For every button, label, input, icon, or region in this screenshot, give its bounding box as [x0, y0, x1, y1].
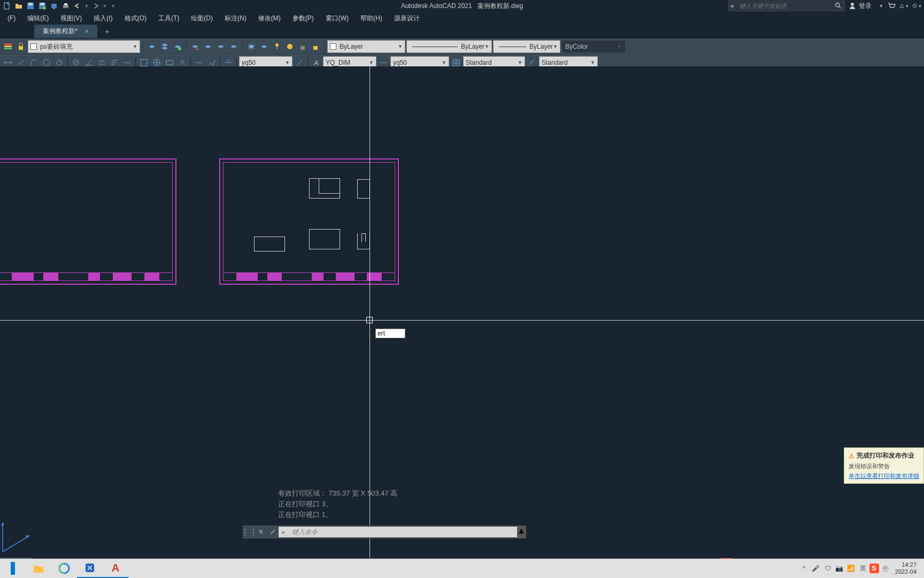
- layer-lock2-icon[interactable]: [297, 41, 309, 52]
- menu-file[interactable]: (F): [2, 13, 21, 23]
- saveas-icon[interactable]: [37, 1, 47, 11]
- taskbar-app4[interactable]: [77, 559, 103, 578]
- menu-format[interactable]: 格式(O): [119, 13, 152, 24]
- file-tab-label: 案例教程新*: [43, 27, 78, 36]
- svg-point-5: [43, 6, 46, 10]
- svg-rect-2: [28, 3, 33, 5]
- close-tab-icon[interactable]: ×: [85, 27, 89, 35]
- plotstyle-label: ByColor: [565, 43, 588, 50]
- tray-clock[interactable]: 14:27 2022-04: [892, 561, 920, 575]
- cmd-close-icon[interactable]: ×: [255, 526, 267, 538]
- menu-window[interactable]: 窗口(W): [320, 13, 354, 24]
- menu-edit[interactable]: 编辑(E): [22, 13, 54, 24]
- tray-camera-icon[interactable]: 📷: [834, 563, 845, 574]
- svg-rect-6: [51, 4, 57, 8]
- menu-help[interactable]: 帮助(H): [355, 13, 388, 24]
- linetype-dropdown[interactable]: ByLayer ▼: [406, 40, 492, 53]
- menu-dim[interactable]: 标注(N): [219, 13, 252, 24]
- tray-up-icon[interactable]: ^: [799, 563, 810, 574]
- file-tab[interactable]: 案例教程新* ×: [34, 25, 97, 38]
- menu-param[interactable]: 参数(P): [287, 13, 319, 24]
- app-title: Autodesk AutoCAD 2021 案例教程新.dwg: [401, 2, 523, 11]
- menu-modify[interactable]: 修改(M): [253, 13, 286, 24]
- layer-tool3-icon[interactable]: [172, 41, 183, 52]
- redo-icon[interactable]: [91, 1, 101, 11]
- drawing-frame-2: [219, 158, 399, 285]
- svg-rect-0: [4, 3, 9, 9]
- layer-match-icon[interactable]: [189, 41, 201, 52]
- chevron-down-icon: ▼: [590, 60, 595, 65]
- add-tab-button[interactable]: +: [101, 25, 113, 38]
- tray-ime1-icon[interactable]: 英: [858, 563, 868, 574]
- layer-thaw-icon[interactable]: [284, 41, 296, 52]
- taskbar-app1[interactable]: [0, 559, 26, 578]
- svg-line-28: [18, 60, 24, 65]
- layer-props-icon[interactable]: [2, 41, 14, 52]
- color-dropdown[interactable]: ByLayer ▼: [327, 40, 405, 53]
- menu-yq[interactable]: 源泉设计: [389, 13, 425, 24]
- plotstyle-dropdown[interactable]: ByColor ▼: [561, 40, 626, 53]
- linetype-label: ByLayer: [461, 43, 484, 50]
- layer-iso-icon[interactable]: [215, 41, 227, 52]
- search-expand-icon[interactable]: ▶: [729, 1, 736, 11]
- menu-insert[interactable]: 插入(I): [88, 13, 118, 24]
- layer-unlock-icon[interactable]: [310, 41, 321, 52]
- tray-shield-icon[interactable]: 🛡: [822, 563, 833, 574]
- plot-icon[interactable]: [61, 1, 71, 11]
- taskbar-app3[interactable]: [51, 559, 77, 578]
- layer-off-icon[interactable]: [258, 41, 270, 52]
- mlstyle-label: Standard: [542, 59, 568, 66]
- open-icon[interactable]: [14, 1, 24, 11]
- cmd-handle-icon[interactable]: ⋮⋮: [243, 526, 255, 538]
- cart-icon[interactable]: [887, 1, 896, 11]
- new-icon[interactable]: [2, 1, 12, 11]
- login-button[interactable]: 登录 ▼: [848, 2, 883, 11]
- ucs-icon: [0, 517, 37, 554]
- command-line[interactable]: ⋮⋮ × ▸_键入命令 ▲: [243, 526, 526, 538]
- lineweight-label: ByLayer: [529, 43, 553, 50]
- web-icon[interactable]: [49, 1, 59, 11]
- svg-point-10: [836, 3, 840, 7]
- layer-lock-icon[interactable]: [15, 41, 27, 52]
- layer-tool2-icon[interactable]: [159, 41, 171, 52]
- help-icon[interactable]: ?▼: [912, 1, 922, 11]
- layer-dropdown[interactable]: ps瓷砖填充 ▼: [28, 40, 140, 53]
- svg-point-22: [287, 44, 292, 49]
- tray-ime2-icon[interactable]: ㊥: [880, 563, 891, 574]
- menu-tools[interactable]: 工具(T): [153, 13, 184, 24]
- command-input[interactable]: ▸_键入命令: [279, 527, 517, 537]
- chevron-down-icon: ▼: [617, 44, 622, 49]
- undo-icon[interactable]: [73, 1, 82, 11]
- search-input[interactable]: [736, 1, 833, 11]
- menu-bar: (F) 编辑(E) 视图(V) 插入(I) 格式(O) 工具(T) 绘图(D) …: [0, 12, 924, 25]
- drawing-canvas[interactable]: 有效打印区域： 735.37 宽 X 503.47 高 正在打印视口 3。 正在…: [0, 66, 924, 560]
- tray-wifi-icon[interactable]: 📶: [846, 563, 857, 574]
- chevron-down-icon: ▼: [518, 60, 522, 65]
- menu-view[interactable]: 视图(V): [55, 13, 87, 24]
- furniture-2: [357, 179, 370, 199]
- title-block: [0, 272, 173, 281]
- chevron-down-icon: ▼: [484, 44, 489, 49]
- notif-link[interactable]: 单击以查看打印和发布详细: [849, 472, 919, 480]
- cmd-custom-icon[interactable]: [267, 526, 279, 538]
- command-history: 有效打印区域： 735.37 宽 X 503.47 高 正在打印视口 3。 正在…: [278, 488, 397, 520]
- tray-sogou-icon[interactable]: S: [869, 564, 879, 573]
- layer-tool1-icon[interactable]: [146, 41, 158, 52]
- tray-mic-icon[interactable]: 🎤: [811, 563, 821, 574]
- dynamic-input[interactable]: [375, 329, 405, 338]
- layer-on-icon[interactable]: [271, 41, 283, 52]
- layer-prev-icon[interactable]: [202, 41, 214, 52]
- lineweight-dropdown[interactable]: ByLayer ▼: [493, 40, 560, 53]
- app-menu-icon[interactable]: ▼: [899, 1, 909, 11]
- taskbar-autocad[interactable]: A: [103, 559, 128, 578]
- plot-notification: ⚠ 完成打印和发布作业 发现错误和警告 单击以查看打印和发布详细: [844, 447, 924, 484]
- user-icon: [848, 2, 857, 10]
- save-icon[interactable]: [26, 1, 35, 11]
- color-label: ByLayer: [340, 43, 363, 50]
- taskbar-explorer[interactable]: [26, 559, 51, 578]
- menu-draw[interactable]: 绘图(D): [186, 13, 218, 24]
- layer-uniso-icon[interactable]: [228, 41, 240, 52]
- cmd-scroll[interactable]: ▲: [517, 526, 526, 538]
- search-icon[interactable]: [833, 1, 844, 11]
- layer-freeze-icon[interactable]: [245, 41, 257, 52]
